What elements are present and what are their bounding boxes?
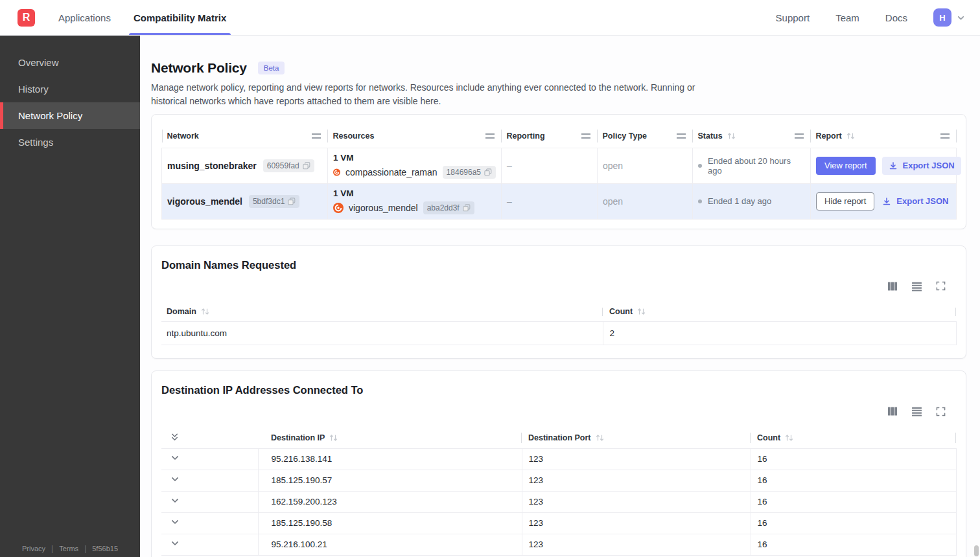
destination-row[interactable]: 162.159.200.123 123 16 [161, 491, 956, 512]
export-json-button[interactable]: Export JSON [881, 192, 950, 210]
networks-table-header: Network Resources Reporting Policy Type [162, 124, 957, 148]
chevron-down-icon[interactable] [170, 496, 180, 505]
copy-icon[interactable] [484, 168, 492, 176]
destinations-toolbar [161, 405, 946, 417]
scrollbar-thumb[interactable] [974, 545, 979, 556]
column-header-network[interactable]: Network [162, 124, 328, 148]
copy-icon[interactable] [303, 162, 310, 170]
sort-icon[interactable] [329, 434, 338, 442]
privacy-link[interactable]: Privacy [22, 545, 45, 552]
destination-port-value: 123 [522, 448, 751, 470]
vm-count: 1 VM [333, 153, 496, 163]
resource-hash-badge[interactable]: 184696a5 [443, 166, 496, 179]
network-row[interactable]: musing_stonebraker 60959fad [162, 148, 957, 183]
sidebar: Overview History Network Policy Settings… [0, 36, 140, 557]
column-header-status[interactable]: Status [693, 124, 811, 148]
destination-row[interactable]: 185.125.190.58 123 16 [161, 512, 956, 534]
sidebar-item-overview[interactable]: Overview [0, 49, 140, 76]
nav-link-support[interactable]: Support [776, 12, 810, 23]
page-header: Network Policy Beta [151, 60, 966, 76]
build-version: 5f56b15 [92, 545, 118, 552]
expand-all-icon[interactable] [170, 432, 179, 442]
network-name: vigorous_mendel [167, 196, 242, 207]
footer-divider: | [51, 544, 53, 553]
destination-row[interactable]: 185.125.190.57 123 16 [161, 470, 956, 491]
rows-view-icon[interactable] [911, 406, 922, 416]
column-header-count[interactable]: Count [603, 302, 956, 322]
page-description: Manage network policy, reporting and vie… [151, 81, 721, 108]
domains-table: Domain Count [161, 302, 957, 346]
chevron-down-icon[interactable] [170, 539, 180, 548]
sidebar-item-history[interactable]: History [0, 76, 140, 102]
download-icon [889, 161, 898, 170]
destination-port-value: 123 [522, 491, 751, 512]
chevron-down-icon[interactable] [170, 517, 180, 527]
vm-icon [333, 167, 340, 177]
column-header-domain[interactable]: Domain [161, 302, 603, 322]
destination-count-value: 16 [751, 534, 956, 555]
user-menu-chevron-icon[interactable] [956, 13, 966, 23]
column-header-reporting[interactable]: Reporting [502, 124, 598, 148]
footer-divider: | [84, 544, 86, 553]
terms-link[interactable]: Terms [59, 545, 78, 552]
main-content: Network Policy Beta Manage network polic… [140, 36, 980, 557]
destination-ip-value: 95.216.100.21 [258, 534, 522, 555]
report-button[interactable]: View report [816, 157, 876, 175]
sort-icon[interactable] [846, 132, 855, 140]
chevron-down-icon[interactable] [170, 453, 180, 462]
user-avatar[interactable]: H [933, 8, 951, 27]
resource-hash-badge[interactable]: aba2dd3f [423, 201, 474, 214]
destinations-table: Destination IP Destination Port [161, 427, 957, 556]
column-header-dest-count[interactable]: Count [751, 427, 956, 448]
network-hash-badge[interactable]: 5bdf3dc1 [249, 195, 299, 208]
fullscreen-icon[interactable] [936, 407, 946, 416]
status-text: Ended about 20 hours ago [708, 156, 805, 176]
column-header-policy-type[interactable]: Policy Type [598, 124, 693, 148]
app-logo[interactable]: R [18, 9, 35, 27]
columns-view-icon[interactable] [887, 281, 898, 291]
destination-row[interactable]: 95.216.100.21 123 16 [161, 534, 956, 555]
column-header-resources[interactable]: Resources [328, 124, 502, 148]
column-drag-handle-icon[interactable] [677, 133, 686, 139]
column-drag-handle-icon[interactable] [940, 133, 950, 139]
status-dot [698, 199, 702, 203]
export-json-button[interactable]: Export JSON [882, 157, 961, 175]
sidebar-item-settings[interactable]: Settings [0, 129, 140, 155]
domain-row[interactable]: ntp.ubuntu.com 2 [161, 322, 956, 345]
copy-icon[interactable] [463, 204, 471, 212]
nav-tab-compatibility-matrix[interactable]: Compatibility Matrix [134, 0, 226, 35]
destinations-table-header: Destination IP Destination Port [161, 427, 956, 448]
destination-port-value: 123 [522, 512, 751, 534]
rows-view-icon[interactable] [911, 281, 922, 291]
network-row[interactable]: vigorous_mendel 5bdf3dc1 [162, 183, 957, 219]
navbar-right: Support Team Docs H [776, 8, 980, 27]
sort-icon[interactable] [201, 308, 209, 315]
sidebar-item-network-policy[interactable]: Network Policy [0, 102, 140, 129]
report-button[interactable]: Hide report [816, 192, 874, 210]
destination-count-value: 16 [751, 491, 956, 512]
networks-table: Network Resources Reporting Policy Type [161, 124, 957, 220]
sort-icon[interactable] [785, 434, 793, 442]
network-hash-badge[interactable]: 60959fad [263, 159, 314, 172]
columns-view-icon[interactable] [887, 406, 898, 416]
column-drag-handle-icon[interactable] [485, 133, 495, 139]
column-header-destination-ip[interactable]: Destination IP [258, 427, 522, 448]
sort-icon[interactable] [637, 308, 646, 315]
destinations-card: Destination IP Addresses Connected To [151, 370, 966, 557]
column-drag-handle-icon[interactable] [795, 133, 804, 139]
destination-ip-value: 185.125.190.57 [258, 470, 522, 491]
sort-icon[interactable] [727, 132, 736, 140]
nav-link-docs[interactable]: Docs [885, 12, 907, 23]
column-header-report[interactable]: Report [811, 124, 957, 148]
column-drag-handle-icon[interactable] [312, 133, 321, 139]
nav-tab-applications[interactable]: Applications [58, 0, 111, 35]
nav-link-team[interactable]: Team [835, 12, 859, 23]
copy-icon[interactable] [288, 198, 296, 205]
sort-icon[interactable] [596, 434, 604, 442]
network-name: musing_stonebraker [167, 161, 257, 171]
column-drag-handle-icon[interactable] [581, 133, 590, 139]
destination-row[interactable]: 95.216.138.141 123 16 [161, 448, 956, 470]
column-header-destination-port[interactable]: Destination Port [522, 427, 751, 448]
chevron-down-icon[interactable] [170, 475, 180, 484]
fullscreen-icon[interactable] [936, 281, 946, 291]
